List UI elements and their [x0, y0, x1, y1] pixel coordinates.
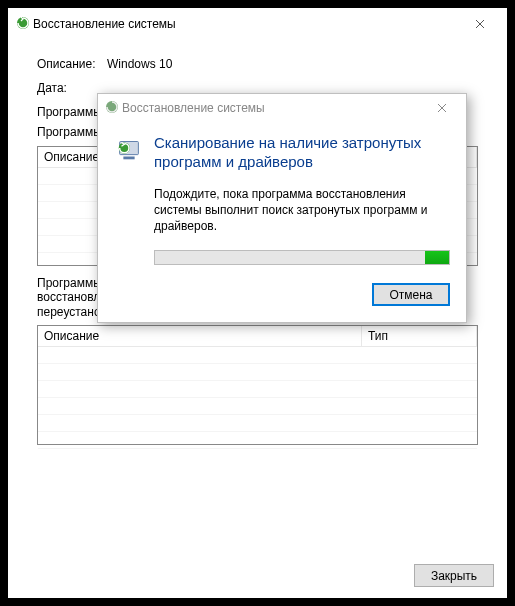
table-row — [38, 415, 477, 432]
system-restore-icon — [104, 99, 120, 118]
col-type[interactable]: Тип — [362, 326, 477, 346]
restored-programs-table: Описание Тип — [37, 325, 478, 445]
main-window-title: Восстановление системы — [31, 17, 460, 31]
table-row — [38, 398, 477, 415]
progress-bar — [154, 250, 450, 265]
svg-point-1 — [106, 101, 118, 113]
progress-dialog: Восстановление системы Сканирование на н… — [97, 93, 467, 323]
restore-point-icon — [114, 134, 144, 172]
main-footer: Закрыть — [414, 564, 494, 587]
description-value: Windows 10 — [107, 57, 172, 71]
table-header: Описание Тип — [38, 326, 477, 347]
svg-rect-3 — [123, 157, 134, 160]
table-row — [38, 432, 477, 449]
cancel-button[interactable]: Отмена — [372, 283, 450, 306]
dialog-heading: Сканирование на наличие затронутых прогр… — [154, 134, 450, 172]
table-row — [38, 364, 477, 381]
dialog-body: Сканирование на наличие затронутых прогр… — [98, 122, 466, 322]
main-titlebar: Восстановление системы — [9, 9, 506, 39]
system-restore-icon — [15, 15, 31, 34]
table-row — [38, 347, 477, 364]
dialog-close-button[interactable] — [422, 95, 462, 121]
close-button[interactable]: Закрыть — [414, 564, 494, 587]
dialog-text: Подождите, пока программа восстановления… — [154, 186, 450, 235]
col-description[interactable]: Описание — [38, 326, 362, 346]
dialog-title: Восстановление системы — [120, 101, 422, 115]
table-row — [38, 381, 477, 398]
description-label: Описание: — [37, 57, 107, 71]
main-close-button[interactable] — [460, 10, 500, 38]
progress-fill — [425, 251, 449, 264]
dialog-titlebar: Восстановление системы — [98, 94, 466, 122]
